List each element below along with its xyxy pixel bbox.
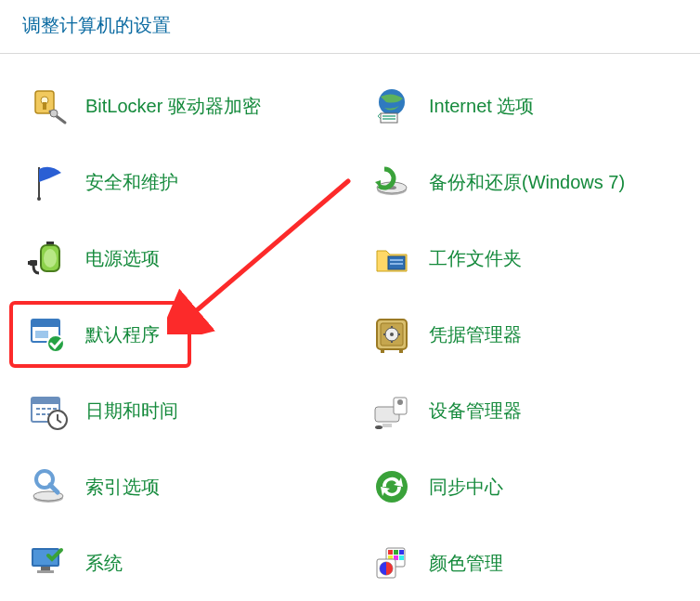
item-credentials[interactable]: 凭据管理器 <box>371 314 687 355</box>
item-system[interactable]: 系统 <box>28 542 344 583</box>
item-label: BitLocker 驱动器加密 <box>85 94 261 119</box>
item-bitlocker[interactable]: BitLocker 驱动器加密 <box>28 85 344 126</box>
item-label: 索引选项 <box>85 475 160 500</box>
svg-rect-43 <box>388 550 393 555</box>
svg-rect-2 <box>43 102 46 110</box>
svg-point-33 <box>375 425 382 429</box>
device-manager-icon <box>371 390 412 431</box>
svg-rect-27 <box>32 398 59 404</box>
svg-point-3 <box>50 110 58 117</box>
search-index-icon <box>28 466 69 507</box>
computer-check-icon <box>28 542 69 583</box>
item-label: 日期和时间 <box>85 398 178 424</box>
battery-plug-icon <box>28 238 69 279</box>
item-label: 颜色管理 <box>429 551 503 576</box>
item-workfolders[interactable]: 工作文件夹 <box>371 238 687 279</box>
item-label: 安全和维护 <box>85 170 178 195</box>
item-datetime[interactable]: 日期和时间 <box>28 390 344 431</box>
default-programs-icon <box>28 314 69 355</box>
control-panel-grid: BitLocker 驱动器加密 Internet 选项 安全和维护 <box>0 85 700 583</box>
item-label: Internet 选项 <box>429 94 534 119</box>
svg-point-6 <box>37 197 41 201</box>
svg-rect-5 <box>381 113 397 123</box>
sync-icon <box>371 466 412 507</box>
item-label: 同步中心 <box>429 475 503 500</box>
svg-point-31 <box>397 399 403 405</box>
backup-restore-icon <box>371 162 412 203</box>
svg-rect-44 <box>394 550 398 555</box>
item-backup[interactable]: 备份和还原(Windows 7) <box>371 162 687 203</box>
svg-rect-17 <box>32 320 59 327</box>
svg-rect-24 <box>381 349 384 353</box>
globe-icon <box>371 85 412 126</box>
svg-rect-45 <box>399 550 404 555</box>
svg-rect-32 <box>382 424 392 427</box>
color-mgmt-icon <box>371 542 412 583</box>
svg-rect-13 <box>30 260 37 266</box>
lock-key-icon <box>28 85 69 126</box>
svg-rect-41 <box>37 570 54 573</box>
flag-icon <box>28 162 69 203</box>
svg-point-12 <box>44 249 57 268</box>
item-color[interactable]: 颜色管理 <box>371 542 687 583</box>
item-label: 备份和还原(Windows 7) <box>429 170 625 195</box>
svg-point-23 <box>390 333 394 336</box>
item-label: 设备管理器 <box>429 398 522 424</box>
svg-rect-40 <box>41 567 50 570</box>
item-label: 电源选项 <box>85 246 160 271</box>
item-security[interactable]: 安全和维护 <box>28 162 344 203</box>
item-label: 凭据管理器 <box>429 322 522 347</box>
item-indexing[interactable]: 索引选项 <box>28 466 344 507</box>
item-devicemgr[interactable]: 设备管理器 <box>371 390 687 431</box>
svg-rect-25 <box>399 349 403 353</box>
item-default-apps[interactable]: 默认程序 <box>28 314 344 355</box>
divider <box>0 53 700 54</box>
calendar-clock-icon <box>28 390 69 431</box>
svg-rect-48 <box>399 555 404 560</box>
folder-work-icon <box>371 238 412 279</box>
svg-point-37 <box>376 471 408 503</box>
svg-rect-18 <box>35 331 48 338</box>
item-power[interactable]: 电源选项 <box>28 238 344 279</box>
item-label: 工作文件夹 <box>429 246 522 271</box>
item-label: 系统 <box>85 551 123 576</box>
safe-icon <box>371 314 412 355</box>
page-title: 调整计算机的设置 <box>0 0 700 53</box>
item-sync[interactable]: 同步中心 <box>371 466 687 507</box>
item-internet[interactable]: Internet 选项 <box>371 85 687 126</box>
item-label: 默认程序 <box>85 322 160 347</box>
